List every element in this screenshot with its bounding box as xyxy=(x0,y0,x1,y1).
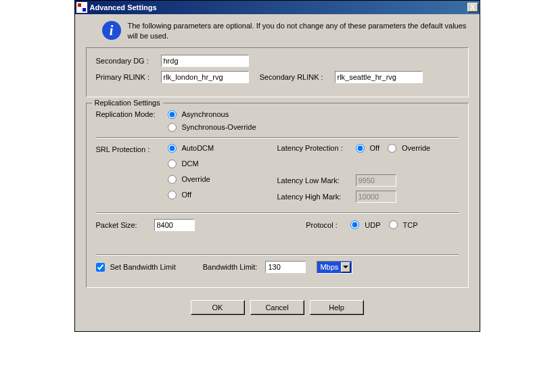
bandwidth-checkbox[interactable]: Set Bandwidth Limit xyxy=(96,263,176,272)
bandwidth-unit-value: Mbps xyxy=(320,263,338,271)
srl-off-label: Off xyxy=(182,191,191,199)
replication-legend: Replication Settings xyxy=(92,99,163,107)
latency-high-input xyxy=(356,191,396,203)
srl-protection-label: SRL Protection : xyxy=(96,144,164,207)
bandwidth-limit-label: Bandwidth Limit: xyxy=(203,263,258,271)
info-row: i The following parameters are optional.… xyxy=(86,21,469,42)
info-icon: i xyxy=(102,21,121,40)
bandwidth-unit-select[interactable]: Mbps xyxy=(317,261,352,274)
replication-mode-group: Asynchronous Synchronous-Override xyxy=(168,110,256,132)
divider xyxy=(96,254,459,255)
protocol-udp-label: UDP xyxy=(365,221,380,229)
titlebar: Advanced Settings X xyxy=(75,1,480,14)
info-text: The following parameters are optional. I… xyxy=(128,21,469,42)
secondary-dg-input[interactable] xyxy=(161,55,249,67)
button-row: OK Cancel Help xyxy=(86,293,469,324)
cancel-button[interactable]: Cancel xyxy=(250,300,304,315)
dg-group: Secondary DG : Primary RLINK : Secondary… xyxy=(86,47,469,97)
protocol-tcp-label: TCP xyxy=(403,221,418,229)
latency-low-input xyxy=(356,174,396,187)
srl-off-radio[interactable]: Off xyxy=(168,191,214,199)
divider xyxy=(96,137,459,139)
latency-off-label: Off xyxy=(370,144,379,152)
protocol-udp-radio[interactable]: UDP xyxy=(350,220,380,229)
secondary-rlink-label: Secondary RLINK : xyxy=(260,73,331,81)
srl-dcm-radio[interactable]: DCM xyxy=(168,160,214,168)
latency-override-label: Override xyxy=(402,144,430,152)
protocol-label: Protocol : xyxy=(306,221,346,229)
help-button[interactable]: Help xyxy=(310,300,364,315)
close-button[interactable]: X xyxy=(467,3,478,12)
replication-mode-label: Replication Mode: xyxy=(96,110,164,118)
content-area: i The following parameters are optional.… xyxy=(75,14,480,331)
latency-override-radio[interactable]: Override xyxy=(388,144,430,153)
latency-protection-label: Latency Protection : xyxy=(277,144,352,152)
mode-async-radio[interactable]: Asynchronous xyxy=(168,110,256,119)
srl-autodcm-radio[interactable]: AutoDCM xyxy=(168,144,214,153)
latency-off-radio[interactable]: Off xyxy=(356,144,379,153)
secondary-dg-label: Secondary DG : xyxy=(96,57,157,65)
mode-sync-radio[interactable]: Synchronous-Override xyxy=(168,123,256,132)
ok-button[interactable]: OK xyxy=(191,300,245,315)
bandwidth-limit-input[interactable] xyxy=(265,261,306,273)
chevron-down-icon xyxy=(341,262,350,272)
app-icon xyxy=(76,2,87,13)
divider xyxy=(96,212,459,214)
primary-rlink-label: Primary RLINK : xyxy=(96,73,157,81)
srl-autodcm-label: AutoDCM xyxy=(182,144,214,152)
latency-high-label: Latency High Mark: xyxy=(277,193,352,201)
mode-sync-label: Synchronous-Override xyxy=(182,123,256,131)
replication-group: Replication Settings Replication Mode: A… xyxy=(86,103,469,288)
mode-async-label: Asynchronous xyxy=(182,110,229,118)
window-title: Advanced Settings xyxy=(90,3,467,11)
srl-protection-group: AutoDCM DCM Override Off xyxy=(168,144,214,207)
latency-low-label: Latency Low Mark: xyxy=(277,176,352,185)
packet-size-label: Packet Size: xyxy=(96,221,150,229)
srl-override-label: Override xyxy=(182,175,210,183)
dialog-window: Advanced Settings X i The following para… xyxy=(74,0,480,332)
srl-override-radio[interactable]: Override xyxy=(168,175,214,184)
primary-rlink-input[interactable] xyxy=(161,71,249,83)
protocol-tcp-radio[interactable]: TCP xyxy=(389,220,418,229)
secondary-rlink-input[interactable] xyxy=(335,71,423,83)
bandwidth-check-label: Set Bandwidth Limit xyxy=(110,263,176,271)
srl-dcm-label: DCM xyxy=(182,160,199,168)
packet-size-input[interactable] xyxy=(154,219,195,231)
